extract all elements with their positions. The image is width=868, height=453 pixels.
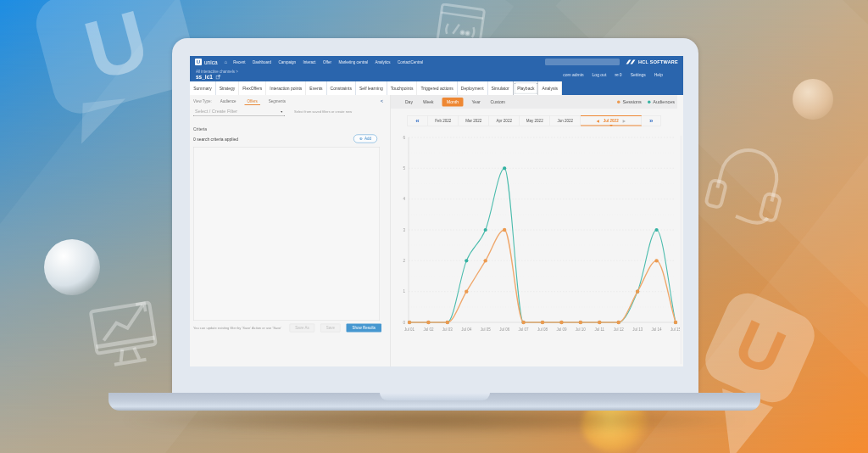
svg-text:1: 1 (403, 289, 405, 294)
legend-sessions: Sessions (617, 99, 642, 104)
view-type-label: View Type: (193, 99, 212, 103)
range-toolbar: Day Week Month Year Custom Sessions (391, 95, 677, 109)
filter-panel: View Type: Audience Offers Segments < Se… (190, 95, 386, 366)
svg-text:Jul 02: Jul 02 (423, 327, 434, 332)
view-type-offers[interactable]: Offers (245, 99, 260, 106)
collapse-panel-icon[interactable]: < (381, 98, 383, 103)
tab-bar: Summary Strategy FlexOffers Interaction … (190, 81, 683, 95)
vertical-scrollbar[interactable] (680, 136, 682, 364)
menu-item-dashboard[interactable]: Dashboard (253, 60, 271, 64)
pager-month-apr[interactable]: Apr 2022 (489, 116, 520, 126)
svg-text:0: 0 (403, 321, 405, 325)
range-custom[interactable]: Custom (491, 99, 505, 104)
tab-playback[interactable]: Playback (513, 81, 538, 95)
top-navbar: U unica ⌂ Recent Dashboard Campaign Inte… (190, 56, 683, 68)
tab-deployment[interactable]: Deployment (458, 81, 488, 95)
svg-text:Jul 14: Jul 14 (652, 327, 663, 332)
filter-select[interactable]: Select / Create Filter ▼ (193, 108, 285, 116)
tab-touchpoints[interactable]: Touchpoints (387, 81, 417, 95)
range-year[interactable]: Year (471, 99, 480, 104)
pager-month-feb[interactable]: Feb 2022 (428, 116, 459, 126)
tab-constraints[interactable]: Constraints (326, 81, 355, 95)
svg-text:Jul 06: Jul 06 (499, 327, 510, 332)
show-results-button[interactable]: Show Results (346, 324, 381, 333)
tab-triggered-actions[interactable]: Triggered actions (417, 81, 457, 95)
tab-simulator[interactable]: Simulator (487, 81, 513, 95)
pager-month-may[interactable]: May 2022 (520, 116, 550, 126)
svg-text:Jul 13: Jul 13 (632, 327, 643, 332)
svg-text:6: 6 (403, 136, 405, 140)
laptop-base (108, 393, 760, 411)
edit-title-icon[interactable] (215, 75, 220, 80)
svg-text:Jul 09: Jul 09 (556, 327, 567, 332)
menu-item-recent[interactable]: Recent (233, 60, 245, 64)
pager-first-button[interactable]: « (407, 116, 428, 126)
pager-prev-icon[interactable]: ◀ (597, 119, 599, 123)
svg-text:Jul 10: Jul 10 (576, 327, 587, 332)
pager-month-jun[interactable]: Jun 2022 (550, 116, 581, 126)
criteria-empty-box (193, 147, 380, 321)
month-pager: « Feb 2022 Mar 2022 Apr 2022 May 2022 Ju… (407, 115, 661, 126)
menu-item-offer[interactable]: Offer (323, 60, 331, 64)
tab-events[interactable]: Events (306, 81, 326, 95)
playback-chart: 0123456Jul 01Jul 02Jul 03Jul 04Jul 05Jul… (395, 131, 683, 347)
home-icon[interactable]: ⌂ (225, 59, 228, 65)
pager-month-current[interactable]: ◀ Jul 2022 ▶ (581, 115, 642, 126)
tab-summary[interactable]: Summary (190, 81, 215, 95)
tab-analysis[interactable]: Analysis (538, 81, 562, 95)
unica-logo[interactable]: U (195, 59, 202, 65)
menu-item-campaign[interactable]: Campaign (278, 60, 296, 64)
user-name[interactable]: com admin (563, 72, 583, 77)
tab-self-learning[interactable]: Self learning (356, 81, 387, 95)
menu-item-marketing-central[interactable]: Marketing central (338, 60, 368, 64)
pager-month-mar[interactable]: Mar 2022 (459, 116, 489, 126)
range-week[interactable]: Week (423, 99, 434, 104)
dropdown-caret-icon: ▼ (281, 109, 283, 113)
page-title: ss_ic1 (196, 74, 213, 81)
settings-link[interactable]: Settings (631, 72, 646, 77)
menu-item-contactcentral[interactable]: ContactCentral (398, 60, 423, 64)
logout-link[interactable]: Log out (593, 72, 607, 77)
save-as-button[interactable]: Save As (290, 324, 315, 333)
range-day[interactable]: Day (405, 99, 413, 104)
playback-panel: Day Week Month Year Custom Sessions (391, 95, 683, 366)
svg-text:4: 4 (403, 197, 405, 201)
tab-strategy[interactable]: Strategy (215, 81, 239, 95)
svg-text:Jul 08: Jul 08 (537, 327, 548, 332)
svg-text:Jul 04: Jul 04 (461, 327, 472, 332)
laptop-bezel: U unica ⌂ Recent Dashboard Campaign Inte… (172, 38, 698, 393)
pager-next-icon[interactable]: ▶ (623, 119, 626, 123)
save-button[interactable]: Save (320, 324, 340, 333)
range-month[interactable]: Month (442, 98, 464, 107)
svg-text:3: 3 (403, 228, 405, 232)
laptop-screen: U unica ⌂ Recent Dashboard Campaign Inte… (190, 56, 683, 366)
menu-item-analytics[interactable]: Analytics (375, 60, 390, 64)
svg-text:Jul 03: Jul 03 (442, 327, 453, 332)
tab-flexoffers[interactable]: FlexOffers (239, 81, 266, 95)
pager-last-button[interactable]: » (642, 116, 661, 126)
help-link[interactable]: Help (654, 72, 663, 77)
sub-navbar: All interactive channels > ss_ic1 com ad… (190, 68, 683, 81)
svg-text:5: 5 (403, 166, 405, 171)
view-type-segments[interactable]: Segments (269, 99, 286, 103)
navbar-search-input[interactable] (545, 59, 620, 65)
svg-text:Jul 05: Jul 05 (481, 327, 492, 332)
criteria-label: Criteria (193, 126, 207, 131)
svg-text:Jul 12: Jul 12 (614, 327, 625, 332)
svg-text:Jul 11: Jul 11 (594, 327, 604, 332)
add-icon: ⊕ (359, 137, 363, 141)
filter-hint: Select from saved filters or create new (294, 110, 352, 117)
tab-interaction-points[interactable]: Interaction points (266, 81, 306, 95)
brand-name: unica (204, 59, 218, 65)
menu-item-interact[interactable]: Interact (303, 60, 315, 64)
hcl-brand-name: HCL SOFTWARE (638, 59, 678, 64)
add-criteria-button[interactable]: ⊕Add (353, 135, 377, 143)
mail-count: 0 (620, 72, 622, 77)
mail-indicator[interactable]: ✉ 0 (615, 72, 621, 77)
background: U U (0, 0, 868, 453)
pager-current-label: Jul 2022 (604, 119, 619, 123)
legend-audiences: Audiences (648, 99, 675, 104)
view-type-audience[interactable]: Audience (220, 99, 236, 103)
chart-legend: Sessions Audiences (617, 99, 675, 104)
hcl-logo-icon (626, 59, 636, 64)
